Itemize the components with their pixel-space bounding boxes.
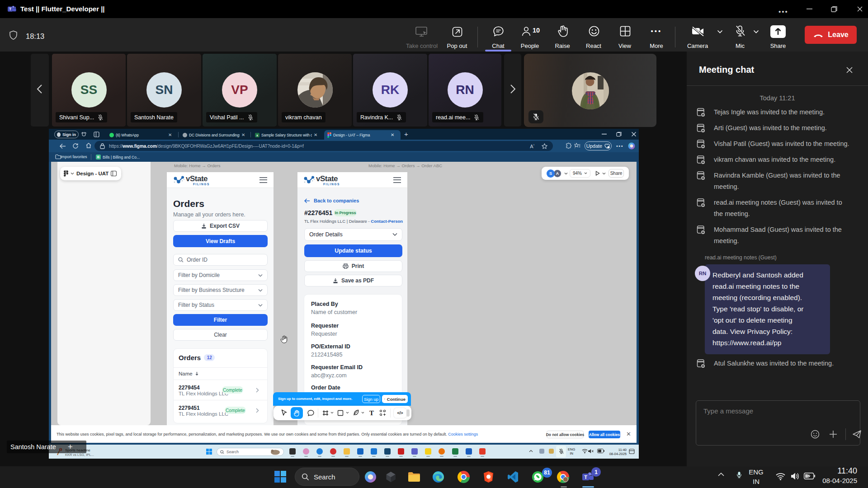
svg-text:B: B <box>97 155 99 159</box>
svg-text:T: T <box>9 7 12 11</box>
svg-text:T: T <box>584 474 587 480</box>
svg-text:x: x <box>256 134 258 137</box>
